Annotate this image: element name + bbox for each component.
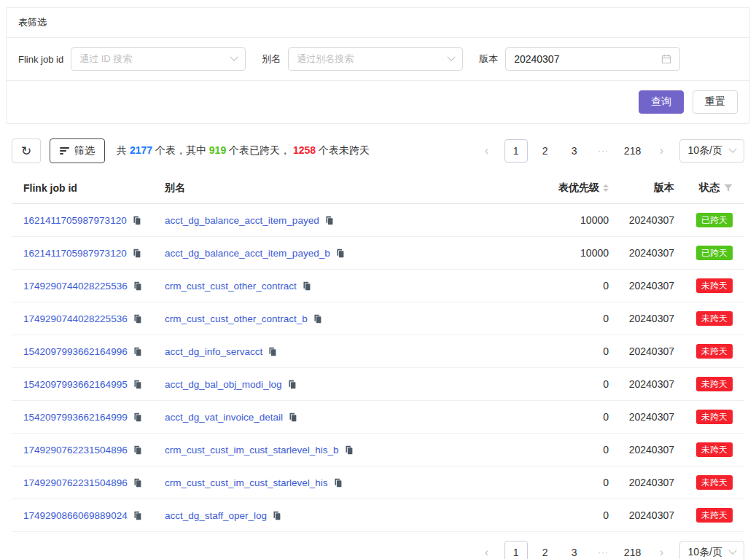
copy-icon[interactable] — [333, 478, 343, 488]
copy-icon[interactable] — [335, 249, 345, 258]
alias-link[interactable]: acct_dg_staff_oper_log — [165, 510, 267, 521]
prev-page-button[interactable]: ‹ — [475, 541, 499, 559]
copy-icon[interactable] — [272, 511, 281, 520]
flink-job-id-link[interactable]: 1749290866069889024 — [23, 510, 128, 521]
page-size-value: 10条/页 — [688, 546, 722, 559]
next-page-button[interactable]: › — [650, 139, 674, 163]
copy-icon[interactable] — [133, 445, 142, 455]
page-ellipsis[interactable]: ··· — [592, 541, 615, 559]
alias-link[interactable]: acct_dg_balance_acct_item_payed — [165, 215, 319, 226]
alias-select[interactable]: 通过别名搜索 — [288, 47, 463, 71]
prev-page-button[interactable]: ‹ — [475, 139, 499, 163]
next-page-button[interactable]: › — [650, 541, 674, 559]
flink-job-id-link[interactable]: 1621411705987973120 — [23, 248, 127, 259]
flink-job-id-link[interactable]: 1749290762231504896 — [23, 445, 128, 456]
chevron-down-icon — [447, 53, 455, 61]
filter-panel-title: 表筛选 — [7, 8, 749, 38]
alias-link[interactable]: crm_cust_cust_im_cust_starlevel_his_b — [165, 445, 339, 456]
table-row: 1749290744028225536 crm_cust_cust_other_… — [12, 302, 744, 335]
cell-alias: crm_cust_cust_im_cust_starlevel_his — [165, 477, 521, 488]
cell-priority: 0 — [521, 280, 609, 292]
copy-icon[interactable] — [288, 413, 297, 422]
page-size-select[interactable]: 10条/页 — [679, 139, 744, 163]
flink-job-id-link[interactable]: 1749290744028225536 — [23, 313, 128, 324]
copy-icon[interactable] — [133, 413, 142, 422]
alias-link[interactable]: acct_dg_vat_invoice_detail — [165, 412, 283, 423]
alias-link[interactable]: acct_dg_bal_obj_modi_log — [165, 379, 282, 390]
table-row: 1749290762231504896 crm_cust_cust_im_cus… — [12, 466, 744, 499]
copy-icon[interactable] — [313, 314, 322, 324]
flink-job-id-select[interactable]: 通过 ID 搜索 — [71, 47, 246, 71]
cell-priority: 0 — [521, 345, 609, 357]
copy-icon[interactable] — [133, 511, 142, 520]
cell-alias: crm_cust_cust_other_contract_b — [165, 313, 521, 324]
filter-list-icon — [60, 147, 69, 155]
cell-flink-job-id: 1749290744028225536 — [23, 313, 165, 324]
total-count: 2177 — [130, 144, 152, 156]
alias-link[interactable]: crm_cust_cust_other_contract — [165, 281, 297, 292]
table-row: 1749290866069889024 acct_dg_staff_oper_l… — [12, 499, 744, 532]
table-row: 1542097993662164996 acct_dg_info_servacc… — [12, 335, 744, 368]
filter-button[interactable]: 筛选 — [50, 138, 105, 163]
flink-job-id-link[interactable]: 1749290762231504896 — [23, 477, 128, 488]
query-button[interactable]: 查询 — [639, 90, 684, 114]
cell-priority: 0 — [521, 411, 609, 423]
copy-icon[interactable] — [344, 445, 354, 455]
copy-icon[interactable] — [133, 478, 142, 488]
alias-link[interactable]: crm_cust_cust_other_contract_b — [165, 313, 308, 324]
cell-version: 20240307 — [609, 378, 674, 390]
cell-version: 20240307 — [609, 345, 674, 357]
page-1[interactable]: 1 — [504, 139, 528, 163]
page-ellipsis[interactable]: ··· — [592, 139, 615, 163]
table-row: 1542097993662164999 acct_dg_vat_invoice_… — [12, 401, 744, 434]
cell-status: 未跨天 — [674, 410, 733, 424]
flink-job-id-link[interactable]: 1542097993662164996 — [23, 346, 128, 357]
alias-link[interactable]: acct_dg_balance_acct_item_payed_b — [165, 248, 330, 259]
cell-priority: 0 — [521, 477, 609, 488]
copy-icon[interactable] — [133, 380, 142, 389]
copy-icon[interactable] — [132, 216, 141, 225]
flink-job-id-link[interactable]: 1749290744028225536 — [23, 281, 128, 292]
page: 表筛选 Flink job id 通过 ID 搜索 别名 通过别名搜索 版本 — [0, 0, 756, 559]
copy-icon[interactable] — [268, 347, 277, 356]
version-date-picker[interactable]: 20240307 — [505, 47, 680, 71]
cell-status: 未跨天 — [674, 442, 733, 457]
cell-priority: 0 — [521, 444, 609, 456]
chevron-down-icon — [728, 547, 736, 555]
flink-job-id-link[interactable]: 1542097993662164999 — [23, 412, 128, 423]
page-1[interactable]: 1 — [504, 541, 528, 559]
cell-version: 20240307 — [609, 247, 674, 259]
flink-job-id-link[interactable]: 1621411705987973120 — [23, 215, 127, 226]
page-size-select[interactable]: 10条/页 — [679, 541, 744, 559]
footer-row: ‹ 1 2 3 ··· 218 › 10条/页 — [12, 541, 744, 559]
filter-funnel-icon[interactable] — [724, 184, 733, 192]
header-priority[interactable]: 表优先级 — [521, 181, 609, 195]
refresh-button[interactable]: ↻ — [12, 138, 41, 163]
cell-alias: acct_dg_balance_acct_item_payed — [165, 215, 521, 226]
page-2[interactable]: 2 — [534, 139, 557, 163]
reset-button[interactable]: 重置 — [693, 90, 738, 114]
copy-icon[interactable] — [133, 347, 142, 356]
alias-link[interactable]: acct_dg_info_servacct — [165, 346, 262, 357]
page-3[interactable]: 3 — [563, 139, 586, 163]
cell-version: 20240307 — [609, 411, 674, 423]
page-3[interactable]: 3 — [563, 541, 586, 559]
sort-icon[interactable] — [603, 184, 609, 192]
page-last[interactable]: 218 — [621, 139, 644, 163]
filter-panel: 表筛选 Flink job id 通过 ID 搜索 别名 通过别名搜索 版本 — [6, 7, 750, 124]
summary-text: 共 2177 个表，其中 919 个表已跨天， 1258 个表未跨天 — [117, 144, 370, 157]
copy-icon[interactable] — [287, 380, 297, 389]
copy-icon[interactable] — [133, 281, 142, 291]
table-row: 1621411705987973120 acct_dg_balance_acct… — [12, 204, 744, 237]
copy-icon[interactable] — [133, 314, 142, 324]
flink-job-id-link[interactable]: 1542097993662164995 — [23, 379, 128, 390]
copy-icon[interactable] — [324, 216, 334, 225]
page-2[interactable]: 2 — [534, 541, 557, 559]
copy-icon[interactable] — [132, 249, 141, 258]
alias-link[interactable]: crm_cust_cust_im_cust_starlevel_his — [165, 477, 328, 488]
cell-version: 20240307 — [609, 477, 674, 488]
page-last[interactable]: 218 — [621, 541, 644, 559]
status-badge: 未跨天 — [696, 475, 733, 490]
copy-icon[interactable] — [302, 281, 311, 291]
cell-flink-job-id: 1621411705987973120 — [23, 215, 165, 226]
